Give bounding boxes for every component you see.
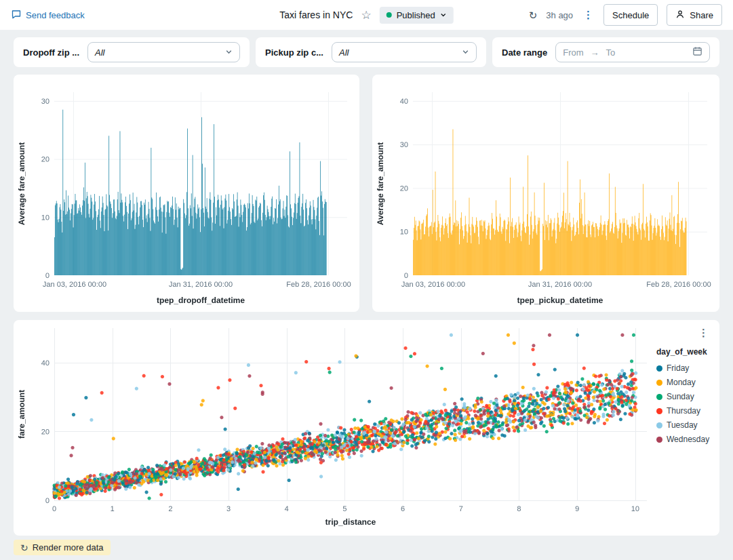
legend-item-wednesday[interactable]: Wednesday (656, 435, 719, 444)
scatter-chart-panel: ⋮ day_of_week Friday Monday Sunday Thurs… (14, 320, 719, 536)
pickup-zip-filter: Pickup zip c... All (256, 37, 486, 67)
date-from-placeholder: From (563, 47, 583, 58)
legend-label: Monday (667, 378, 696, 387)
legend-item-tuesday[interactable]: Tuesday (656, 420, 719, 430)
refresh-icon[interactable]: ↻ (529, 10, 538, 20)
legend-label: Sunday (667, 392, 694, 401)
overflow-menu-icon[interactable]: ⋮ (582, 9, 595, 21)
date-range-input[interactable]: From → To (555, 42, 710, 62)
legend-dot (656, 408, 662, 414)
share-person-icon (675, 9, 685, 21)
legend-dot (656, 422, 662, 428)
refresh-icon: ↻ (20, 543, 28, 553)
legend-dot (656, 365, 662, 372)
published-status-dropdown[interactable]: Published (380, 7, 454, 24)
pickup-zip-value: All (339, 47, 462, 58)
date-to-placeholder: To (606, 47, 616, 58)
share-label: Share (690, 10, 713, 20)
title-group: Taxi fares in NYC ☆ Published (279, 7, 454, 24)
legend-item-thursday[interactable]: Thursday (656, 406, 719, 416)
dropoff-zip-filter: Dropoff zip ... All (14, 37, 250, 67)
legend-dot (656, 380, 662, 386)
pickup-chart-panel (372, 75, 719, 312)
schedule-button[interactable]: Schedule (603, 4, 658, 26)
fare-distance-scatter-chart[interactable] (16, 323, 654, 530)
dashboard-page: Send feedback Taxi fares in NYC ☆ Publis… (0, 0, 733, 560)
schedule-label: Schedule (612, 10, 649, 20)
bar-charts-row (14, 75, 719, 312)
render-more-label: Render more data (33, 542, 104, 553)
chart-overflow-menu-icon[interactable]: ⋮ (698, 327, 709, 339)
send-feedback-link[interactable]: Send feedback (11, 9, 85, 22)
chevron-down-icon (462, 47, 469, 58)
legend-label: Friday (667, 363, 689, 373)
dropoff-zip-value: All (95, 47, 225, 58)
pickup-bar-chart[interactable] (375, 77, 717, 309)
top-bar-actions: ↻ 3h ago ⋮ Schedule Share (529, 4, 722, 26)
legend-dot (656, 437, 662, 443)
date-range-label: Date range (502, 47, 547, 58)
legend-title: day_of_week (656, 347, 719, 357)
legend-item-friday[interactable]: Friday (656, 363, 719, 373)
legend-item-sunday[interactable]: Sunday (656, 392, 719, 401)
dashboard-title: Taxi fares in NYC (279, 9, 353, 20)
published-dot (387, 12, 392, 18)
chevron-down-icon (440, 10, 447, 20)
legend-label: Wednesday (667, 435, 709, 444)
favorite-star-icon[interactable]: ☆ (361, 9, 371, 21)
legend-item-monday[interactable]: Monday (656, 378, 719, 387)
legend-dot (656, 394, 662, 400)
share-button[interactable]: Share (667, 4, 722, 26)
legend-label: Tuesday (667, 420, 698, 430)
dropoff-zip-label: Dropoff zip ... (23, 47, 79, 58)
send-feedback-label: Send feedback (26, 10, 85, 20)
date-range-filter: Date range From → To (492, 37, 719, 67)
calendar-icon (692, 46, 702, 58)
scatter-legend: day_of_week Friday Monday Sunday Thursda… (656, 320, 719, 536)
pickup-zip-select[interactable]: All (332, 42, 477, 62)
top-bar: Send feedback Taxi fares in NYC ☆ Publis… (0, 0, 733, 30)
legend-label: Thursday (667, 406, 700, 416)
chevron-down-icon (225, 47, 233, 58)
dropoff-bar-chart[interactable] (16, 77, 357, 309)
date-arrow-icon: → (591, 47, 599, 58)
dropoff-chart-panel (14, 75, 359, 312)
pickup-zip-label: Pickup zip c... (265, 47, 323, 58)
render-more-data-button[interactable]: ↻ Render more data (14, 540, 111, 555)
dropoff-zip-select[interactable]: All (87, 42, 240, 62)
filter-bar: Dropoff zip ... All Pickup zip c... All … (14, 37, 719, 67)
published-label: Published (397, 10, 435, 20)
last-refresh-time: 3h ago (546, 10, 573, 20)
feedback-bubble-icon (11, 9, 22, 22)
